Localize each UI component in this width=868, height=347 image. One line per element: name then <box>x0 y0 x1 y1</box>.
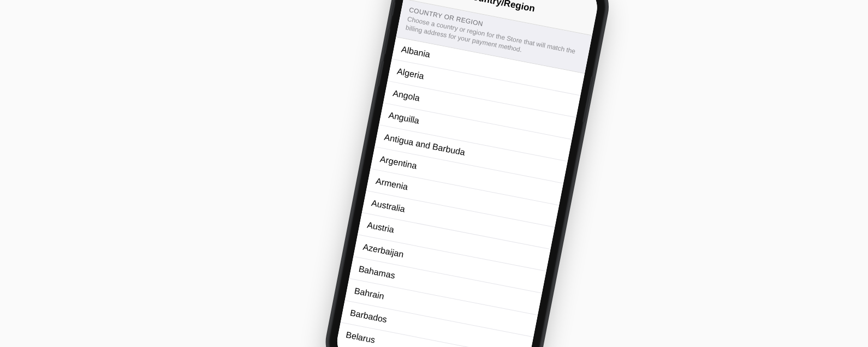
device-screen: Back Country/Region COUNTRY OR REGION Ch… <box>333 0 601 347</box>
screen-content[interactable]: COUNTRY OR REGION Choose a country or re… <box>333 0 592 347</box>
phone-frame: Back Country/Region COUNTRY OR REGION Ch… <box>324 0 610 347</box>
